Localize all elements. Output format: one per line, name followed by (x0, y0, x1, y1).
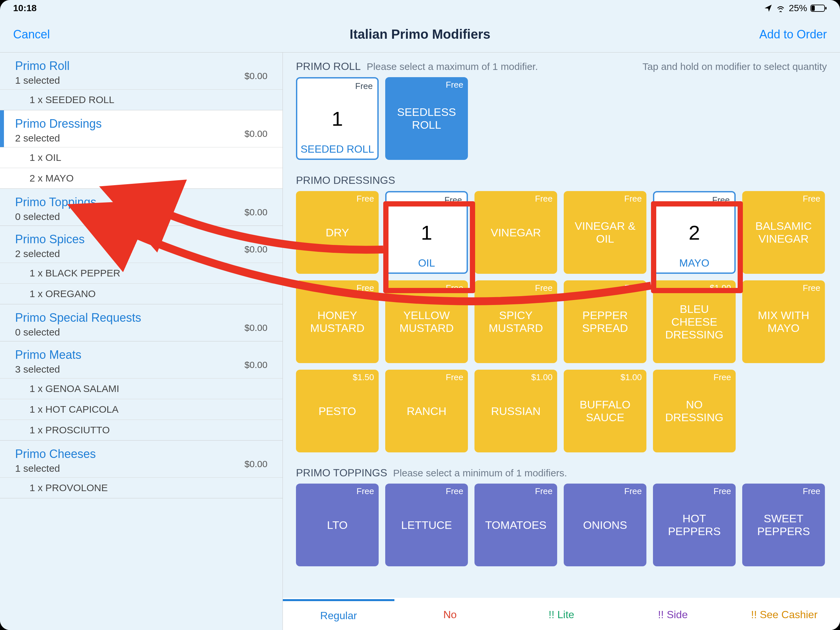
annotation-arrow-oil (0, 0, 840, 630)
